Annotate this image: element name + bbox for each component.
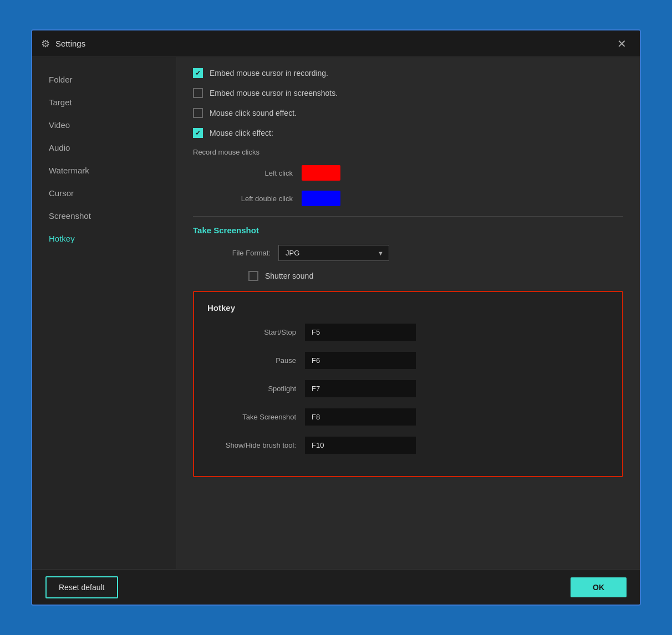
hotkey-row-take-screenshot: Take Screenshot [207, 408, 609, 426]
sidebar-item-audio[interactable]: Audio [32, 136, 176, 159]
window-title: Settings [55, 39, 613, 48]
checkbox-label-click-sound: Mouse click sound effect. [210, 109, 297, 117]
hotkey-row-brush-tool: Show/Hide brush tool: [207, 437, 609, 454]
left-click-color[interactable] [302, 165, 340, 181]
checkbox-row-embed-recording: Embed mouse cursor in recording. [193, 68, 623, 78]
hotkey-input-spotlight[interactable] [305, 380, 416, 397]
main-content: Folder Target Video Audio Watermark Curs… [32, 57, 640, 569]
hotkey-row-spotlight: Spotlight [207, 380, 609, 397]
sidebar-item-folder[interactable]: Folder [32, 68, 176, 91]
left-double-click-label: Left double click [226, 194, 293, 203]
checkbox-row-shutter: Shutter sound [248, 271, 623, 281]
reset-default-button[interactable]: Reset default [45, 576, 118, 598]
sidebar-item-hotkey[interactable]: Hotkey [32, 227, 176, 250]
settings-window: ⚙ Settings ✕ Folder Target Video Audio W… [31, 29, 641, 606]
checkbox-click-effect[interactable] [193, 128, 203, 138]
content-area: Embed mouse cursor in recording. Embed m… [176, 57, 640, 569]
hotkey-section: Hotkey Start/Stop Pause Spotlight Take S… [193, 291, 623, 477]
hotkey-input-brush-tool[interactable] [305, 437, 416, 454]
divider-1 [193, 216, 623, 217]
left-double-click-row: Left double click [226, 191, 623, 206]
sidebar-item-screenshot[interactable]: Screenshot [32, 204, 176, 227]
sidebar-item-target[interactable]: Target [32, 91, 176, 114]
hotkey-input-start-stop[interactable] [305, 324, 416, 341]
title-bar: ⚙ Settings ✕ [32, 30, 640, 57]
hotkey-label-pause: Pause [207, 356, 296, 365]
hotkey-input-pause[interactable] [305, 352, 416, 369]
checkbox-click-sound[interactable] [193, 108, 203, 118]
hotkey-input-take-screenshot[interactable] [305, 408, 416, 426]
sidebar: Folder Target Video Audio Watermark Curs… [32, 57, 176, 569]
settings-icon: ⚙ [41, 38, 50, 50]
hotkey-section-title: Hotkey [207, 303, 609, 313]
sidebar-item-watermark[interactable]: Watermark [32, 159, 176, 182]
left-click-row: Left click [226, 165, 623, 181]
file-format-wrapper: JPG PNG BMP [278, 245, 389, 261]
checkbox-label-click-effect: Mouse click effect: [210, 129, 273, 137]
record-mouse-clicks-label: Record mouse clicks [193, 148, 623, 156]
checkbox-row-click-sound: Mouse click sound effect. [193, 108, 623, 118]
hotkey-row-start-stop: Start/Stop [207, 324, 609, 341]
checkbox-label-shutter-sound: Shutter sound [265, 272, 313, 280]
close-button[interactable]: ✕ [613, 36, 631, 52]
file-format-select[interactable]: JPG PNG BMP [278, 245, 389, 261]
sidebar-item-cursor[interactable]: Cursor [32, 182, 176, 204]
hotkey-label-spotlight: Spotlight [207, 385, 296, 393]
checkbox-embed-screenshots[interactable] [193, 88, 203, 98]
hotkey-row-pause: Pause [207, 352, 609, 369]
left-double-click-color[interactable] [302, 191, 340, 206]
hotkey-label-take-screenshot: Take Screenshot [207, 413, 296, 421]
hotkey-label-brush-tool: Show/Hide brush tool: [207, 441, 296, 449]
left-click-label: Left click [226, 169, 293, 177]
checkbox-row-click-effect: Mouse click effect: [193, 128, 623, 138]
checkbox-embed-recording[interactable] [193, 68, 203, 78]
hotkey-label-start-stop: Start/Stop [207, 328, 296, 336]
checkbox-label-embed-screenshots: Embed mouse cursor in screenshots. [210, 89, 338, 98]
format-row: File Format: JPG PNG BMP [215, 245, 623, 261]
checkbox-shutter-sound[interactable] [248, 271, 258, 281]
ok-button[interactable]: OK [571, 577, 627, 597]
screenshot-section-title: Take Screenshot [193, 226, 623, 235]
file-format-label: File Format: [215, 249, 271, 257]
footer: Reset default OK [32, 569, 640, 605]
checkbox-row-embed-screenshots: Embed mouse cursor in screenshots. [193, 88, 623, 98]
checkbox-label-embed-recording: Embed mouse cursor in recording. [210, 69, 328, 78]
sidebar-item-video[interactable]: Video [32, 114, 176, 136]
